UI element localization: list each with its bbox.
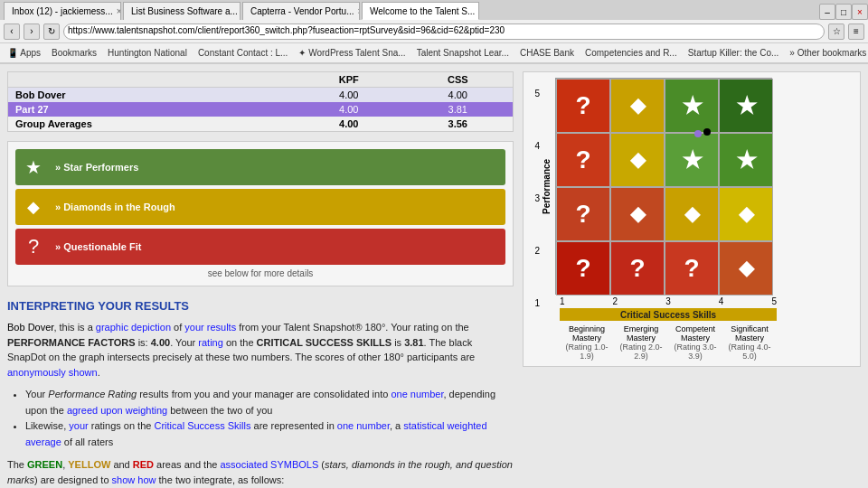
legend-footer: see below for more details — [15, 268, 505, 278]
interpretation-section: INTERPRETING YOUR RESULTS Bob Dover, thi… — [7, 296, 514, 488]
cell-r2c1: ? — [556, 187, 610, 241]
tab-close-icon[interactable]: × — [117, 6, 121, 16]
bm-chase[interactable]: CHASE Bank — [516, 47, 578, 59]
x-label-5: 5 — [771, 296, 777, 306]
legend-star-label: » Star Performers — [55, 162, 138, 173]
group-css: 3.56 — [403, 117, 514, 131]
cell-r4c1: ? — [556, 79, 610, 133]
cell-r3c1: ? — [556, 133, 610, 187]
url-input[interactable]: https://www.talentsnapshot.com/client/re… — [63, 23, 825, 40]
y-label-5: 5 — [529, 89, 540, 99]
bob-css: 4.00 — [403, 88, 514, 103]
right-panel: 5 4 3 2 1 Performance — [523, 71, 861, 482]
minimize-button[interactable]: – — [819, 4, 835, 20]
settings-icon[interactable]: ≡ — [848, 23, 864, 40]
mastery-label-3: CompetentMastery — [668, 324, 722, 343]
y-label-4: 4 — [529, 141, 540, 151]
part-name: Part 27 — [8, 102, 295, 117]
forward-button[interactable]: › — [24, 23, 40, 40]
bob-name: Bob Dover — [8, 88, 295, 103]
star-icon: ★ — [19, 153, 48, 182]
tab-close-icon[interactable]: × — [478, 6, 479, 16]
cell-r4c4: ★ — [719, 79, 773, 133]
group-kpf: 4.00 — [295, 117, 403, 131]
cell-r2c4: ◆ — [719, 187, 773, 241]
x-label-2: 2 — [613, 296, 618, 306]
cell-r1c3: ? — [665, 241, 719, 296]
tab-talent[interactable]: Welcome to the Talent S... × — [362, 2, 479, 20]
part-css: 3.81 — [403, 102, 514, 117]
tab-list-business[interactable]: List Business Software a... × — [123, 2, 241, 20]
chart-grid: ? ◆ ★ ★ ? ◆ ★ ★ — [555, 78, 772, 295]
x-label-1: 1 — [560, 296, 565, 306]
cell-r3c2: ◆ — [610, 133, 665, 187]
cell-r4c2: ◆ — [610, 79, 665, 133]
col-name — [8, 72, 295, 88]
cell-r1c2: ? — [610, 241, 665, 296]
score-table: KPF CSS Bob Dover 4.00 4.00 Part 27 4.00… — [7, 71, 514, 132]
diamond-icon: ◆ — [19, 192, 48, 221]
question-icon: ? — [19, 232, 48, 261]
bm-competencies[interactable]: Competencies and R... — [581, 47, 681, 59]
cell-r4c3: ★ — [665, 79, 719, 133]
legend-diamond: ◆ » Diamonds in the Rough — [15, 189, 505, 225]
col-css: CSS — [403, 72, 514, 88]
bm-bookmarks[interactable]: Bookmarks — [48, 47, 100, 59]
mastery-label-2: EmergingMastery — [614, 324, 668, 343]
bm-wordpress[interactable]: ✦ WordPress Talent Sna... — [295, 47, 409, 59]
mastery-labels: BeginningMastery (Rating 1.0-1.9) Emergi… — [560, 324, 777, 361]
tabs-bar: Inbox (12) - jackiemess... × List Busine… — [0, 0, 868, 20]
legend-question: ? » Questionable Fit — [15, 229, 505, 265]
mastery-rating-1: (Rating 1.0-1.9) — [560, 343, 614, 361]
cell-r1c4: ◆ — [719, 241, 773, 296]
bm-talent[interactable]: Talent Snapshot Lear... — [413, 47, 513, 59]
bm-huntington[interactable]: Huntington National — [104, 47, 191, 59]
maximize-button[interactable]: □ — [835, 4, 852, 20]
mastery-label-4: SignificantMastery — [722, 324, 777, 343]
main-content: KPF CSS Bob Dover 4.00 4.00 Part 27 4.00… — [0, 64, 868, 488]
chart-container: 5 4 3 2 1 Performance — [523, 71, 861, 367]
x-label-3: 3 — [665, 296, 671, 306]
close-button[interactable]: × — [852, 4, 868, 20]
part-kpf: 4.00 — [295, 102, 403, 117]
cell-r1c1: ? — [556, 241, 610, 296]
legend-star: ★ » Star Performers — [15, 149, 505, 185]
mastery-rating-3: (Rating 3.0-3.9) — [668, 343, 722, 361]
bm-startup[interactable]: Startup Killer: the Co... — [684, 47, 783, 59]
bm-more[interactable]: » Other bookmarks — [786, 47, 868, 59]
bm-apps[interactable]: 📱 Apps — [4, 47, 44, 59]
bm-constant[interactable]: Constant Contact : L... — [194, 47, 292, 59]
cell-r3c4: ★ — [719, 133, 773, 187]
tab-capterra[interactable]: Capterra - Vendor Portu... × — [242, 2, 360, 20]
interpretation-paragraph1: Bob Dover, this is a graphic depiction o… — [7, 320, 514, 380]
y-label-1: 1 — [529, 298, 540, 308]
y-axis-label: Performance — [542, 78, 552, 295]
cell-r2c3: ◆ — [665, 187, 719, 241]
mastery-label-1: BeginningMastery — [560, 324, 614, 343]
tab-inbox[interactable]: Inbox (12) - jackiemess... × — [4, 2, 121, 20]
mastery-rating-4: (Rating 4.0-5.0) — [722, 343, 777, 361]
interpretation-title: INTERPRETING YOUR RESULTS — [7, 299, 514, 313]
cell-r3c3: ★ — [665, 133, 719, 187]
legend-box: ★ » Star Performers ◆ » Diamonds in the … — [7, 141, 514, 286]
bookmarks-bar: 📱 Apps Bookmarks Huntington National Con… — [0, 43, 868, 63]
bob-kpf: 4.00 — [295, 88, 403, 103]
css-bar-label: Critical Success Skills — [560, 308, 777, 321]
browser-chrome: Inbox (12) - jackiemess... × List Busine… — [0, 0, 868, 64]
group-name: Group Averages — [8, 117, 295, 131]
interpretation-bullets: Your Performance Rating results from you… — [25, 387, 514, 450]
cell-r2c2: ◆ — [610, 187, 665, 241]
reload-button[interactable]: ↻ — [43, 23, 60, 40]
bookmark-icon[interactable]: ☆ — [828, 23, 844, 40]
back-button[interactable]: ‹ — [4, 23, 20, 40]
y-label-3: 3 — [529, 193, 540, 203]
interpretation-paragraph2: The GREEN, YELLOW and RED areas and the … — [7, 457, 514, 487]
left-panel: KPF CSS Bob Dover 4.00 4.00 Part 27 4.00… — [7, 71, 514, 482]
mastery-rating-2: (Rating 2.0-2.9) — [614, 343, 668, 361]
col-kpf: KPF — [295, 72, 403, 88]
address-bar: ‹ › ↻ https://www.talentsnapshot.com/cli… — [0, 20, 868, 43]
legend-question-label: » Questionable Fit — [55, 241, 141, 252]
y-label-2: 2 — [529, 246, 540, 256]
legend-diamond-label: » Diamonds in the Rough — [55, 202, 175, 212]
tab-close-icon[interactable]: × — [358, 6, 360, 16]
